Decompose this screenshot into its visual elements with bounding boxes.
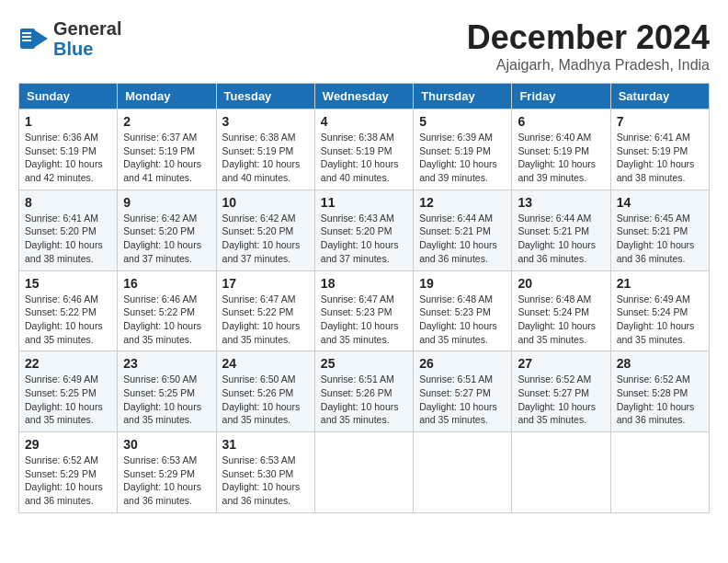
day-info-line: Sunrise: 6:52 AM xyxy=(518,373,604,386)
day-info-line: Daylight: 10 hours and 40 minutes. xyxy=(222,157,309,184)
day-info-line: Sunrise: 6:45 AM xyxy=(617,212,703,225)
day-info-line: Daylight: 10 hours and 35 minutes. xyxy=(25,319,111,346)
day-info-line: Sunrise: 6:49 AM xyxy=(25,373,111,386)
day-info: Sunrise: 6:38 AMSunset: 5:19 PMDaylight:… xyxy=(222,131,309,185)
calendar-week-row-2: 8Sunrise: 6:41 AMSunset: 5:20 PMDaylight… xyxy=(19,190,710,270)
day-info-line: Daylight: 10 hours and 36 minutes. xyxy=(518,238,604,265)
calendar-cell: 27Sunrise: 6:52 AMSunset: 5:27 PMDayligh… xyxy=(512,351,610,432)
day-info: Sunrise: 6:53 AMSunset: 5:29 PMDaylight:… xyxy=(123,454,210,508)
day-info: Sunrise: 6:41 AMSunset: 5:20 PMDaylight:… xyxy=(25,212,111,266)
calendar-cell: 30Sunrise: 6:53 AMSunset: 5:29 PMDayligh… xyxy=(118,432,216,513)
calendar-cell: 11Sunrise: 6:43 AMSunset: 5:20 PMDayligh… xyxy=(314,190,413,270)
day-info-line: Daylight: 10 hours and 36 minutes. xyxy=(25,480,111,507)
day-info-line: Daylight: 10 hours and 37 minutes. xyxy=(222,238,309,265)
day-info-line: Daylight: 10 hours and 35 minutes. xyxy=(321,400,407,427)
day-info-line: Daylight: 10 hours and 35 minutes. xyxy=(123,319,210,346)
day-info-line: Sunrise: 6:51 AM xyxy=(419,373,506,386)
day-info: Sunrise: 6:39 AMSunset: 5:19 PMDaylight:… xyxy=(419,131,506,185)
day-info-line: Sunset: 5:26 PM xyxy=(321,386,407,400)
day-info-line: Daylight: 10 hours and 42 minutes. xyxy=(25,157,111,184)
day-info-line: Sunset: 5:22 PM xyxy=(25,305,111,319)
day-info-line: Sunrise: 6:44 AM xyxy=(518,212,604,225)
day-number: 19 xyxy=(419,276,506,291)
day-info: Sunrise: 6:44 AMSunset: 5:21 PMDaylight:… xyxy=(518,212,604,266)
calendar-week-row-5: 29Sunrise: 6:52 AMSunset: 5:29 PMDayligh… xyxy=(19,432,710,513)
day-info-line: Sunset: 5:27 PM xyxy=(419,386,506,400)
calendar-cell: 18Sunrise: 6:47 AMSunset: 5:23 PMDayligh… xyxy=(314,270,413,351)
header-thursday: Thursday xyxy=(414,84,512,109)
header-wednesday: Wednesday xyxy=(314,84,413,109)
calendar-cell: 16Sunrise: 6:46 AMSunset: 5:22 PMDayligh… xyxy=(118,270,216,351)
day-number: 31 xyxy=(222,437,309,452)
day-info-line: Sunset: 5:20 PM xyxy=(321,224,407,238)
day-number: 2 xyxy=(123,114,210,129)
day-number: 25 xyxy=(321,356,407,371)
day-info-line: Sunset: 5:20 PM xyxy=(123,224,210,238)
day-info-line: Sunrise: 6:42 AM xyxy=(123,212,210,225)
header-saturday: Saturday xyxy=(610,84,709,109)
svg-rect-4 xyxy=(22,40,31,41)
day-info-line: Sunset: 5:25 PM xyxy=(123,386,210,400)
day-number: 3 xyxy=(222,114,309,129)
day-info: Sunrise: 6:40 AMSunset: 5:19 PMDaylight:… xyxy=(518,131,604,185)
day-info: Sunrise: 6:43 AMSunset: 5:20 PMDaylight:… xyxy=(321,212,407,266)
day-info-line: Daylight: 10 hours and 40 minutes. xyxy=(321,157,407,184)
day-info-line: Daylight: 10 hours and 36 minutes. xyxy=(222,480,309,507)
day-number: 1 xyxy=(25,114,111,129)
day-info-line: Sunrise: 6:52 AM xyxy=(25,454,111,467)
day-info-line: Sunrise: 6:52 AM xyxy=(617,373,703,386)
day-number: 16 xyxy=(123,276,210,291)
day-info-line: Daylight: 10 hours and 39 minutes. xyxy=(518,157,604,184)
day-info-line: Daylight: 10 hours and 36 minutes. xyxy=(617,238,703,265)
day-info-line: Sunset: 5:22 PM xyxy=(222,305,309,319)
day-number: 22 xyxy=(25,356,111,371)
calendar-cell: 20Sunrise: 6:48 AMSunset: 5:24 PMDayligh… xyxy=(512,270,610,351)
day-info-line: Daylight: 10 hours and 36 minutes. xyxy=(617,400,703,427)
calendar-table: Sunday Monday Tuesday Wednesday Thursday… xyxy=(18,83,710,513)
day-number: 7 xyxy=(617,114,703,129)
day-info-line: Sunrise: 6:50 AM xyxy=(123,373,210,386)
day-info: Sunrise: 6:42 AMSunset: 5:20 PMDaylight:… xyxy=(123,212,210,266)
day-info: Sunrise: 6:49 AMSunset: 5:25 PMDaylight:… xyxy=(25,373,111,427)
day-number: 15 xyxy=(25,276,111,291)
day-info: Sunrise: 6:51 AMSunset: 5:26 PMDaylight:… xyxy=(321,373,407,427)
day-info-line: Daylight: 10 hours and 35 minutes. xyxy=(222,319,309,346)
day-info-line: Sunrise: 6:39 AM xyxy=(419,131,506,144)
day-number: 23 xyxy=(123,356,210,371)
day-info-line: Daylight: 10 hours and 35 minutes. xyxy=(419,400,506,427)
calendar-title-area: December 2024 Ajaigarh, Madhya Pradesh, … xyxy=(467,18,710,74)
day-info: Sunrise: 6:46 AMSunset: 5:22 PMDaylight:… xyxy=(25,293,111,347)
calendar-cell: 22Sunrise: 6:49 AMSunset: 5:25 PMDayligh… xyxy=(19,351,118,432)
day-info-line: Daylight: 10 hours and 35 minutes. xyxy=(617,319,703,346)
header-friday: Friday xyxy=(512,84,610,109)
day-info-line: Sunrise: 6:44 AM xyxy=(419,212,506,225)
calendar-cell: 26Sunrise: 6:51 AMSunset: 5:27 PMDayligh… xyxy=(414,351,512,432)
day-info-line: Sunrise: 6:36 AM xyxy=(25,131,111,144)
day-number: 17 xyxy=(222,276,309,291)
day-info: Sunrise: 6:38 AMSunset: 5:19 PMDaylight:… xyxy=(321,131,407,185)
day-number: 12 xyxy=(419,195,506,210)
day-info-line: Sunrise: 6:48 AM xyxy=(419,293,506,306)
day-info-line: Sunset: 5:19 PM xyxy=(518,144,604,158)
day-number: 18 xyxy=(321,276,407,291)
day-number: 10 xyxy=(222,195,309,210)
calendar-cell: 19Sunrise: 6:48 AMSunset: 5:23 PMDayligh… xyxy=(414,270,512,351)
calendar-cell: 29Sunrise: 6:52 AMSunset: 5:29 PMDayligh… xyxy=(19,432,118,513)
day-info: Sunrise: 6:36 AMSunset: 5:19 PMDaylight:… xyxy=(25,131,111,185)
day-info: Sunrise: 6:50 AMSunset: 5:26 PMDaylight:… xyxy=(222,373,309,427)
day-info-line: Sunset: 5:30 PM xyxy=(222,467,309,481)
day-info-line: Sunrise: 6:47 AM xyxy=(222,293,309,306)
day-info-line: Daylight: 10 hours and 38 minutes. xyxy=(25,238,111,265)
day-info-line: Sunrise: 6:43 AM xyxy=(321,212,407,225)
calendar-cell: 4Sunrise: 6:38 AMSunset: 5:19 PMDaylight… xyxy=(314,109,413,190)
calendar-cell xyxy=(314,432,413,513)
calendar-cell: 9Sunrise: 6:42 AMSunset: 5:20 PMDaylight… xyxy=(118,190,216,270)
month-title: December 2024 xyxy=(467,18,710,57)
day-info-line: Sunset: 5:28 PM xyxy=(617,386,703,400)
day-info-line: Sunset: 5:22 PM xyxy=(123,305,210,319)
day-number: 13 xyxy=(518,195,604,210)
calendar-cell: 6Sunrise: 6:40 AMSunset: 5:19 PMDaylight… xyxy=(512,109,610,190)
day-info-line: Sunrise: 6:48 AM xyxy=(518,293,604,306)
calendar-week-row-1: 1Sunrise: 6:36 AMSunset: 5:19 PMDaylight… xyxy=(19,109,710,190)
logo-text-blue: Blue xyxy=(53,39,121,59)
